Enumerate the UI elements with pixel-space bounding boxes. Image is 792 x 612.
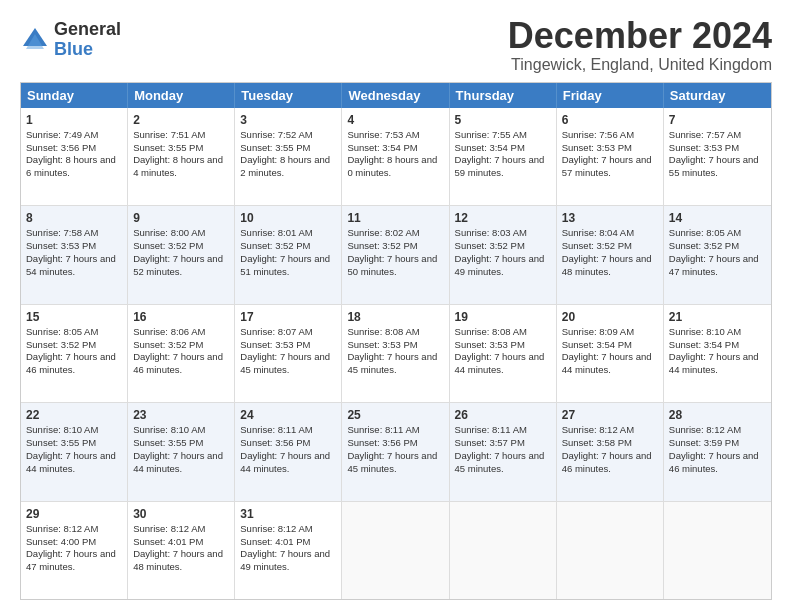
day-number: 15: [26, 309, 122, 325]
daylight-label: Daylight: 7 hours and 49 minutes.: [240, 548, 330, 572]
sunset-label: Sunset: 3:52 PM: [133, 339, 203, 350]
sunset-label: Sunset: 3:56 PM: [26, 142, 96, 153]
day-number: 1: [26, 112, 122, 128]
daylight-label: Daylight: 7 hours and 48 minutes.: [133, 548, 223, 572]
calendar-week-row: 1Sunrise: 7:49 AMSunset: 3:56 PMDaylight…: [21, 108, 771, 206]
calendar-cell: [664, 502, 771, 599]
sunrise-label: Sunrise: 7:52 AM: [240, 129, 312, 140]
day-number: 10: [240, 210, 336, 226]
calendar-cell: 2Sunrise: 7:51 AMSunset: 3:55 PMDaylight…: [128, 108, 235, 205]
calendar-cell: 14Sunrise: 8:05 AMSunset: 3:52 PMDayligh…: [664, 206, 771, 303]
calendar-cell: 28Sunrise: 8:12 AMSunset: 3:59 PMDayligh…: [664, 403, 771, 500]
sunset-label: Sunset: 3:56 PM: [240, 437, 310, 448]
sunset-label: Sunset: 3:53 PM: [240, 339, 310, 350]
calendar-cell: 20Sunrise: 8:09 AMSunset: 3:54 PMDayligh…: [557, 305, 664, 402]
daylight-label: Daylight: 7 hours and 50 minutes.: [347, 253, 437, 277]
calendar-cell: 19Sunrise: 8:08 AMSunset: 3:53 PMDayligh…: [450, 305, 557, 402]
sunrise-label: Sunrise: 8:08 AM: [347, 326, 419, 337]
sunrise-label: Sunrise: 7:51 AM: [133, 129, 205, 140]
calendar: SundayMondayTuesdayWednesdayThursdayFrid…: [20, 82, 772, 600]
calendar-header-day: Thursday: [450, 83, 557, 108]
calendar-cell: 24Sunrise: 8:11 AMSunset: 3:56 PMDayligh…: [235, 403, 342, 500]
day-number: 18: [347, 309, 443, 325]
calendar-week-row: 22Sunrise: 8:10 AMSunset: 3:55 PMDayligh…: [21, 403, 771, 501]
daylight-label: Daylight: 7 hours and 45 minutes.: [347, 450, 437, 474]
calendar-week-row: 15Sunrise: 8:05 AMSunset: 3:52 PMDayligh…: [21, 305, 771, 403]
calendar-cell: 8Sunrise: 7:58 AMSunset: 3:53 PMDaylight…: [21, 206, 128, 303]
day-number: 19: [455, 309, 551, 325]
subtitle: Tingewick, England, United Kingdom: [508, 56, 772, 74]
day-number: 7: [669, 112, 766, 128]
logo-blue: Blue: [54, 39, 93, 59]
daylight-label: Daylight: 7 hours and 44 minutes.: [240, 450, 330, 474]
sunrise-label: Sunrise: 8:06 AM: [133, 326, 205, 337]
sunset-label: Sunset: 3:52 PM: [455, 240, 525, 251]
daylight-label: Daylight: 7 hours and 52 minutes.: [133, 253, 223, 277]
logo: GeneralBlue: [20, 20, 121, 60]
header: GeneralBlue December 2024 Tingewick, Eng…: [20, 16, 772, 74]
daylight-label: Daylight: 7 hours and 49 minutes.: [455, 253, 545, 277]
day-number: 27: [562, 407, 658, 423]
calendar-cell: 31Sunrise: 8:12 AMSunset: 4:01 PMDayligh…: [235, 502, 342, 599]
sunrise-label: Sunrise: 8:10 AM: [26, 424, 98, 435]
day-number: 2: [133, 112, 229, 128]
sunset-label: Sunset: 3:55 PM: [26, 437, 96, 448]
sunset-label: Sunset: 3:56 PM: [347, 437, 417, 448]
daylight-label: Daylight: 7 hours and 46 minutes.: [26, 351, 116, 375]
calendar-cell: [450, 502, 557, 599]
sunset-label: Sunset: 3:53 PM: [347, 339, 417, 350]
sunset-label: Sunset: 3:54 PM: [669, 339, 739, 350]
daylight-label: Daylight: 7 hours and 48 minutes.: [562, 253, 652, 277]
sunrise-label: Sunrise: 8:00 AM: [133, 227, 205, 238]
calendar-cell: 11Sunrise: 8:02 AMSunset: 3:52 PMDayligh…: [342, 206, 449, 303]
sunrise-label: Sunrise: 8:11 AM: [455, 424, 527, 435]
day-number: 4: [347, 112, 443, 128]
calendar-cell: 26Sunrise: 8:11 AMSunset: 3:57 PMDayligh…: [450, 403, 557, 500]
day-number: 11: [347, 210, 443, 226]
sunrise-label: Sunrise: 7:56 AM: [562, 129, 634, 140]
sunset-label: Sunset: 3:59 PM: [669, 437, 739, 448]
day-number: 25: [347, 407, 443, 423]
day-number: 30: [133, 506, 229, 522]
sunrise-label: Sunrise: 8:05 AM: [669, 227, 741, 238]
calendar-cell: 17Sunrise: 8:07 AMSunset: 3:53 PMDayligh…: [235, 305, 342, 402]
calendar-cell: 27Sunrise: 8:12 AMSunset: 3:58 PMDayligh…: [557, 403, 664, 500]
day-number: 6: [562, 112, 658, 128]
calendar-cell: [342, 502, 449, 599]
daylight-label: Daylight: 7 hours and 46 minutes.: [669, 450, 759, 474]
sunset-label: Sunset: 4:00 PM: [26, 536, 96, 547]
day-number: 22: [26, 407, 122, 423]
sunrise-label: Sunrise: 8:10 AM: [133, 424, 205, 435]
sunrise-label: Sunrise: 8:11 AM: [240, 424, 312, 435]
sunrise-label: Sunrise: 8:10 AM: [669, 326, 741, 337]
sunrise-label: Sunrise: 8:02 AM: [347, 227, 419, 238]
sunset-label: Sunset: 3:53 PM: [562, 142, 632, 153]
sunset-label: Sunset: 3:52 PM: [669, 240, 739, 251]
calendar-cell: 7Sunrise: 7:57 AMSunset: 3:53 PMDaylight…: [664, 108, 771, 205]
daylight-label: Daylight: 7 hours and 47 minutes.: [669, 253, 759, 277]
daylight-label: Daylight: 7 hours and 59 minutes.: [455, 154, 545, 178]
day-number: 24: [240, 407, 336, 423]
day-number: 29: [26, 506, 122, 522]
main-title: December 2024: [508, 16, 772, 56]
day-number: 16: [133, 309, 229, 325]
daylight-label: Daylight: 7 hours and 44 minutes.: [455, 351, 545, 375]
daylight-label: Daylight: 7 hours and 54 minutes.: [26, 253, 116, 277]
sunset-label: Sunset: 3:53 PM: [26, 240, 96, 251]
sunrise-label: Sunrise: 7:55 AM: [455, 129, 527, 140]
sunrise-label: Sunrise: 8:07 AM: [240, 326, 312, 337]
calendar-week-row: 8Sunrise: 7:58 AMSunset: 3:53 PMDaylight…: [21, 206, 771, 304]
calendar-cell: 1Sunrise: 7:49 AMSunset: 3:56 PMDaylight…: [21, 108, 128, 205]
sunrise-label: Sunrise: 8:01 AM: [240, 227, 312, 238]
daylight-label: Daylight: 7 hours and 46 minutes.: [133, 351, 223, 375]
sunset-label: Sunset: 3:52 PM: [240, 240, 310, 251]
calendar-cell: 3Sunrise: 7:52 AMSunset: 3:55 PMDaylight…: [235, 108, 342, 205]
sunrise-label: Sunrise: 7:57 AM: [669, 129, 741, 140]
daylight-label: Daylight: 8 hours and 4 minutes.: [133, 154, 223, 178]
sunrise-label: Sunrise: 8:05 AM: [26, 326, 98, 337]
day-number: 28: [669, 407, 766, 423]
sunrise-label: Sunrise: 8:12 AM: [240, 523, 312, 534]
sunrise-label: Sunrise: 7:53 AM: [347, 129, 419, 140]
day-number: 12: [455, 210, 551, 226]
daylight-label: Daylight: 7 hours and 47 minutes.: [26, 548, 116, 572]
